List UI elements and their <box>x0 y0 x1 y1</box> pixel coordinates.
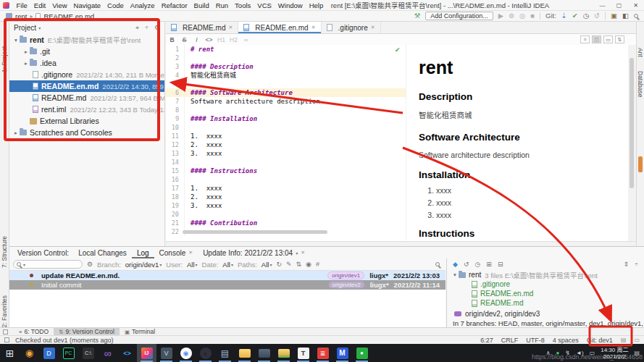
editor-horizontal-scrollbar[interactable] <box>183 230 327 234</box>
git-history-icon[interactable]: ◷ <box>583 12 589 20</box>
code-icon[interactable]: <> <box>203 36 215 43</box>
header1-icon[interactable]: H1 <box>215 36 227 43</box>
ant-toolwindow-button[interactable]: Ant <box>637 48 644 57</box>
project-panel-title[interactable]: Project <box>14 24 36 32</box>
breadcrumb-project[interactable]: rent <box>15 12 27 20</box>
markdown-editor[interactable]: 1# rent 2 3#### Description 4智能化租赁商城 5 6… <box>166 45 406 241</box>
git-rollback-icon[interactable]: ↺ <box>594 12 600 20</box>
tab-update-info[interactable]: Update Info: 2021/2/2 13:04 ▾ ✕ <box>198 247 310 258</box>
tree-root-rent[interactable]: ▾ rent E:\桌面\智能共享租赁平台\rent <box>9 34 164 46</box>
chevron-right-icon[interactable]: ▸ <box>22 60 30 67</box>
taskbar-app-intellij-idea[interactable]: IJ <box>137 344 156 362</box>
taskbar-app-apps-folder[interactable] <box>254 344 274 362</box>
project-structure-icon[interactable]: ▣ <box>611 12 617 20</box>
date-filter-value[interactable]: All▾ <box>222 261 233 269</box>
menu-tools[interactable]: Tools <box>232 1 254 9</box>
taskbar-app-file-explorer[interactable] <box>235 344 254 362</box>
menu-run[interactable]: Run <box>212 1 231 9</box>
gear-icon[interactable]: ⚙ <box>154 24 160 32</box>
taskbar-app-vmware[interactable]: V <box>156 344 176 362</box>
tray-audio-icon[interactable]: ● <box>556 350 559 356</box>
menu-file[interactable]: File <box>13 1 30 9</box>
close-icon[interactable]: ✕ <box>301 250 305 256</box>
taskbar-app-typora[interactable]: T <box>293 344 313 362</box>
menu-code[interactable]: Code <box>104 1 127 9</box>
menu-window[interactable]: Window <box>275 1 306 9</box>
details-root-row[interactable]: ▾ rent 3 files E:\桌面\智能共享租赁平台\rent <box>447 270 644 279</box>
paths-filter-value[interactable]: All▾ <box>262 261 272 269</box>
caret-position[interactable]: 6:27 <box>480 337 493 344</box>
run-icon[interactable]: ▶ <box>498 12 503 20</box>
tree-item-scratches[interactable]: ▸ Scratches and Consoles <box>9 127 164 138</box>
database-toolwindow-button[interactable]: Database <box>637 71 644 97</box>
close-icon[interactable]: ✕ <box>228 25 233 30</box>
italic-icon[interactable]: I <box>191 36 203 43</box>
notifications-icon[interactable]: ▤ <box>621 337 627 343</box>
favorites-toolwindow-button[interactable]: 2: Favorites <box>1 295 8 327</box>
close-button[interactable]: ✕ <box>627 0 644 10</box>
tree-item-external-libraries[interactable]: External Libraries <box>9 115 164 127</box>
taskbar-app-pycharm[interactable]: PC <box>59 344 78 362</box>
branch-filter-value[interactable]: origin/dev1▾ <box>125 261 162 269</box>
layout-icon[interactable]: ◧ <box>622 12 629 20</box>
volume-icon[interactable]: ◄) <box>576 350 584 356</box>
tree-item-git[interactable]: ▸ .git <box>9 46 164 57</box>
taskbar-app-dev-cpp[interactable]: D <box>39 344 59 362</box>
debug-icon[interactable]: ⊚ <box>509 12 514 20</box>
link-icon[interactable]: ∞ <box>240 36 252 43</box>
indent-size[interactable]: 4 spaces <box>553 337 579 344</box>
collapse-all-icon[interactable]: ÷ <box>145 24 149 32</box>
taskbar-app-vscode[interactable]: <> <box>117 344 137 362</box>
changed-file-readme[interactable]: README.md <box>447 298 644 308</box>
bold-icon[interactable]: B <box>166 36 178 43</box>
menu-help[interactable]: Help <box>306 1 327 9</box>
tab-log[interactable]: Log <box>132 247 154 258</box>
history-icon[interactable]: ◷ <box>474 261 480 268</box>
search-everywhere-icon[interactable] <box>634 14 638 18</box>
breadcrumb[interactable]: rent ▸ README.en.md <box>6 12 94 20</box>
git-update-icon[interactable]: ⇣ <box>561 12 567 20</box>
stop-icon[interactable]: ■ <box>530 12 535 20</box>
changed-file-gitignore[interactable]: .gitignore <box>447 279 644 289</box>
git-commit-icon[interactable]: ✔ <box>572 12 578 20</box>
breadcrumb-file[interactable]: README.en.md <box>43 12 94 20</box>
tray-expand-icon[interactable]: ∧ <box>546 350 551 356</box>
menu-edit[interactable]: Edit <box>30 1 49 9</box>
filter-gear-icon[interactable]: ⚙ <box>87 261 93 268</box>
chevron-right-icon[interactable]: ▸ <box>12 130 20 136</box>
collapse-all-icon[interactable]: ⊟ <box>498 261 503 268</box>
reader-mode-icon[interactable]: ▭ <box>634 337 640 343</box>
tree-item-idea[interactable]: ▸ .idea <box>9 57 164 69</box>
header2-icon[interactable]: H2 <box>227 36 240 43</box>
menu-refactor[interactable]: Refactor <box>158 1 191 9</box>
tab-readme-en-md[interactable]: README.en.md ✕ <box>238 22 321 33</box>
tab-readme-md[interactable]: README.md ✕ <box>166 22 238 33</box>
user-filter-value[interactable]: All▾ <box>187 261 198 269</box>
encoding[interactable]: UTF-8 <box>526 337 545 344</box>
tree-item-readme[interactable]: README.md 2021/2/2 13:57, 964 B Moments … <box>9 92 164 104</box>
taskbar-app-firefox[interactable]: ◗ <box>196 344 215 362</box>
log-filter-search-icon[interactable] <box>435 262 440 266</box>
branch-badge[interactable]: origin/dev1 <box>327 272 364 279</box>
tab-local-changes[interactable]: Local Changes <box>73 247 132 258</box>
line-separator[interactable]: CRLF <box>501 337 519 344</box>
project-toolwindow-button[interactable]: 1: Project <box>1 46 8 72</box>
changed-file-readme-en[interactable]: README.en.md <box>447 289 644 298</box>
coverage-icon[interactable]: ◎ <box>519 12 525 20</box>
editor-only-icon[interactable]: ≡ <box>580 35 590 43</box>
network-icon[interactable]: ↯ <box>565 350 570 356</box>
notification-center-icon[interactable]: ▤ <box>634 350 640 356</box>
taskbar-app-visual-studio[interactable]: ∞ <box>98 344 117 362</box>
split-view-icon[interactable]: ◫ <box>592 35 601 43</box>
taskbar-clock[interactable]: 14:30 周二 2021/2/2 <box>601 347 628 360</box>
taskbar-app-chrome[interactable]: ◉ <box>176 344 196 362</box>
tree-item-rent-iml[interactable]: rent.iml 2021/2/2 12:23, 343 B Today 13:… <box>9 104 164 115</box>
show-diff-icon[interactable]: ◆ <box>453 261 458 268</box>
sort-icon[interactable]: ⇅ <box>296 261 302 268</box>
menu-vcs[interactable]: VCS <box>254 1 275 9</box>
git-branch-widget[interactable]: Git: dev1 <box>587 337 613 344</box>
maximize-button[interactable]: ▢ <box>611 0 627 10</box>
preview-diff-icon[interactable]: ◉ <box>306 261 311 268</box>
taskbar-app-m[interactable]: M <box>333 344 352 362</box>
display-icon[interactable]: ▭ <box>590 350 595 356</box>
